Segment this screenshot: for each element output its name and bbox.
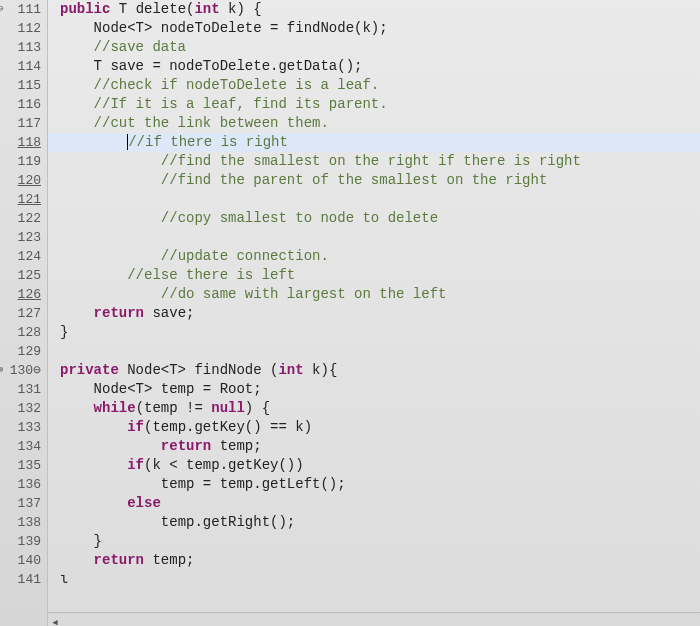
code-line: //find the parent of the smallest on the… [60,171,700,190]
code-line: return temp; [60,437,700,456]
code-line: return temp; [60,551,700,570]
line-number: 118 [0,133,41,152]
line-number: 113 [0,38,41,57]
code-line: temp = temp.getLeft(); [60,475,700,494]
code-line-current: //if there is right [48,133,700,152]
code-line: while(temp != null) { [60,399,700,418]
line-number: 115 [0,76,41,95]
code-line [60,342,700,361]
line-number: 137 [0,494,41,513]
code-line: private Node<T> findNode (int k){ [60,361,700,380]
line-number: 116 [0,95,41,114]
code-line: //If it is a leaf, find its parent. [60,95,700,114]
line-number: 141 [0,570,41,589]
code-line: else [60,494,700,513]
line-number: ⊗130⊖ [0,361,41,380]
line-number: 121 [0,190,41,209]
code-line: //else there is left [60,266,700,285]
line-number: 117 [0,114,41,133]
line-number: 120 [0,171,41,190]
code-line: //find the smallest on the right if ther… [60,152,700,171]
line-number-gutter: ⊖111112113114115116117118119120121122123… [0,0,48,626]
code-line: //copy smallest to node to delete [60,209,700,228]
line-number: 122 [0,209,41,228]
horizontal-scrollbar[interactable]: ◀ [48,612,700,626]
line-number: 135 [0,456,41,475]
line-number: ⊖111 [0,0,41,19]
line-number: 124 [0,247,41,266]
code-line: Node<T> nodeToDelete = findNode(k); [60,19,700,38]
code-line: Node<T> temp = Root; [60,380,700,399]
code-line: if(k < temp.getKey()) [60,456,700,475]
line-number: 134 [0,437,41,456]
code-line: if(temp.getKey() == k) [60,418,700,437]
line-number: 123 [0,228,41,247]
line-number: 125 [0,266,41,285]
line-number: 114 [0,57,41,76]
code-editor[interactable]: ⊖111112113114115116117118119120121122123… [0,0,700,626]
line-number: 112 [0,19,41,38]
code-line: temp.getRight(); [60,513,700,532]
line-number: 129 [0,342,41,361]
line-number: 126 [0,285,41,304]
code-line: T save = nodeToDelete.getData(); [60,57,700,76]
code-line [60,228,700,247]
gutter-marker-icon: ⊗ [0,361,3,380]
line-number: 139 [0,532,41,551]
code-line [60,190,700,209]
line-number: 136 [0,475,41,494]
line-number: 140 [0,551,41,570]
code-line: ι [60,570,700,589]
code-line: public T delete(int k) { [60,0,700,19]
gutter-marker-icon: ⊖ [0,0,3,19]
line-number: 133 [0,418,41,437]
code-line: } [60,532,700,551]
code-line: //cut the link between them. [60,114,700,133]
code-line: //update connection. [60,247,700,266]
code-line: } [60,323,700,342]
scroll-left-icon[interactable]: ◀ [48,616,62,627]
code-line: //check if nodeToDelete is a leaf. [60,76,700,95]
line-number: 131 [0,380,41,399]
line-number: 132 [0,399,41,418]
line-number: 138 [0,513,41,532]
code-line: //save data [60,38,700,57]
code-area[interactable]: public T delete(int k) { Node<T> nodeToD… [48,0,700,626]
code-line: //do same with largest on the left [60,285,700,304]
line-number: 127 [0,304,41,323]
code-line: return save; [60,304,700,323]
line-number: 128 [0,323,41,342]
line-number: 119 [0,152,41,171]
